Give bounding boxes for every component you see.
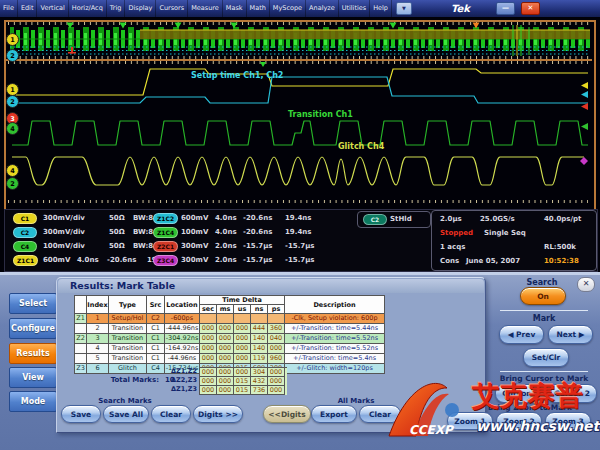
location-col-header: Location — [165, 296, 200, 314]
zoom4-ground-marker[interactable]: 4 — [6, 164, 19, 177]
menu-measure[interactable]: Measure — [188, 0, 223, 17]
menu-file[interactable]: File — [0, 0, 18, 17]
main-waveform: Setup time Ch1, Ch2 Transition Ch1 Glitc… — [8, 61, 592, 204]
tab-configure[interactable]: Configure — [9, 318, 57, 339]
acq-mode: Single Seq — [484, 229, 526, 237]
digits-back-button[interactable]: <<Digits — [263, 405, 311, 423]
tab-results[interactable]: Results — [9, 343, 57, 364]
z1c4-end: 19.4ns — [285, 228, 311, 236]
save-all-button[interactable]: Save All — [103, 405, 149, 423]
ch4-impedance: 50Ω — [109, 242, 125, 250]
index-col-header: Index — [87, 296, 109, 314]
table-row[interactable]: 5 Transition C1 -44.96ns 000 000 000 119… — [75, 354, 385, 364]
menu-cursors[interactable]: Cursors — [156, 0, 188, 17]
readout-z1c4: Z1C4 100mV 4.0ns -20.6ns 19.4ns — [153, 228, 363, 239]
menu-edit[interactable]: Edit — [18, 0, 38, 17]
ch1-trace — [12, 69, 588, 95]
menu-help[interactable]: Help — [370, 0, 392, 17]
description-col-header: Description — [285, 296, 385, 314]
table-row[interactable]: 2 Transition C1 -444.96ns 000 000 000 44… — [75, 324, 385, 334]
z1c4-timebase: 4.0ns — [215, 228, 237, 236]
z1c4-scale: 100mV — [181, 228, 208, 236]
z3c4-end: -15.7µs — [285, 256, 315, 264]
watermark-chinese: 艾克赛普 — [472, 378, 584, 414]
z1c2-end: 19.4ns — [285, 214, 311, 222]
table-row[interactable]: 4 Transition C1 -164.92ns 000 000 000 14… — [75, 344, 385, 354]
control-window: Select Configure Results View Mode Resul… — [0, 272, 600, 450]
z1c1-scale: 600mV — [43, 256, 70, 264]
ch1-impedance: 50Ω — [109, 214, 125, 222]
export-button[interactable]: Export — [311, 405, 357, 423]
src-col-header: Src — [147, 296, 165, 314]
ch2-ground-marker[interactable]: 2 — [6, 95, 19, 108]
search-label: Search — [512, 278, 572, 287]
tab-view[interactable]: View — [9, 367, 57, 388]
z1c4-start: -20.6ns — [243, 228, 272, 236]
next-mark-button[interactable]: Next ▶ — [548, 325, 593, 344]
z3c4-timebase: 2.0ns — [215, 256, 237, 264]
zone-col-header — [75, 296, 87, 314]
trigger-readout: C2 StHld — [357, 211, 431, 228]
z1c4-badge: Z1C4 — [153, 227, 178, 238]
trigger-source-badge: C2 — [363, 214, 387, 225]
menu-vertical[interactable]: Vertical — [37, 0, 68, 17]
table-row[interactable]: Z1 1 Setup/Hol C2 -600ps -Clk, Setup vio… — [75, 314, 385, 324]
record-length: RL:500k — [544, 243, 576, 251]
main-top-ticks — [8, 61, 588, 64]
menu-horiz-acq[interactable]: Horiz/Acq — [69, 0, 107, 17]
watermark-url: www.hncsw.net — [476, 418, 599, 434]
clock-readout: 10:52:38 — [544, 257, 579, 265]
tab-select[interactable]: Select — [9, 293, 57, 314]
unit-ms: ms — [217, 305, 234, 314]
overview-ch1-marker[interactable]: 1 — [6, 33, 19, 46]
scope-display: Setup time Ch1, Ch2 Transition Ch1 Glitc… — [0, 17, 600, 272]
set-clear-mark-button[interactable]: Set/Clr — [523, 348, 569, 367]
readout-z1c2: Z1C2 600mV 4.0ns -20.6ns 19.4ns — [153, 214, 363, 225]
clear-search-marks-button[interactable]: Clear — [151, 405, 191, 423]
z1c2-badge: Z1C2 — [153, 213, 178, 224]
ch1-badge: C1 — [13, 213, 37, 224]
z1c2-start: -20.6ns — [243, 214, 272, 222]
z2c1-end: -15.7µs — [285, 242, 315, 250]
menu-trig[interactable]: Trig — [107, 0, 126, 17]
overview-ch2-marker[interactable]: 2 — [6, 49, 19, 62]
save-button[interactable]: Save — [61, 405, 101, 423]
transition-trace — [12, 121, 588, 145]
unit-ps: ps — [268, 305, 285, 314]
z2c1-badge: Z2C1 — [153, 241, 178, 252]
menu-math[interactable]: Math — [247, 0, 270, 17]
close-window-button[interactable]: ✕ — [521, 2, 540, 15]
acq-count: 1 acqs — [440, 243, 465, 251]
table-row[interactable]: Z2 3 Transition C1 -304.92ns 000 000 000… — [75, 334, 385, 344]
menu-display[interactable]: Display — [125, 0, 156, 17]
mark-triangle-main[interactable] — [260, 62, 266, 67]
ch2-impedance: 50Ω — [109, 228, 125, 236]
accexp-logo: CCEXP — [383, 374, 479, 444]
annotation-setup-time: Setup time Ch1, Ch2 — [191, 71, 283, 80]
digits-forward-button[interactable]: Digits >> — [193, 405, 243, 423]
overview-envelope-band — [140, 30, 590, 39]
close-dialog-button[interactable]: ✕ — [577, 277, 595, 292]
delta-z1z3-label: ΔZ1,Z3 — [157, 385, 197, 393]
minimize-button[interactable]: — — [496, 2, 515, 15]
search-marks-label: Search Marks — [61, 397, 189, 405]
prev-mark-button[interactable]: ◀ Prev — [499, 325, 544, 344]
menu-analyze[interactable]: Analyze — [306, 0, 339, 17]
tab-mode[interactable]: Mode — [9, 391, 57, 412]
z2c1-timebase: 2.0ns — [215, 242, 237, 250]
tek-logo: Tek — [451, 3, 496, 14]
menu-utilities[interactable]: Utilities — [339, 0, 370, 17]
ch2-scale: 300mV/div — [43, 228, 85, 236]
menu-dropdown-icon[interactable]: ▼ — [396, 2, 412, 15]
menu-mask[interactable]: Mask — [223, 0, 247, 17]
overview-top-ticks — [8, 22, 592, 25]
divider — [500, 371, 588, 372]
z3c4-badge: Z3C4 — [153, 255, 178, 266]
annotation-transition: Transition Ch1 — [288, 110, 353, 119]
menu-myscope[interactable]: MyScope — [270, 0, 306, 17]
zoom2-ground-marker[interactable]: 2 — [6, 177, 19, 190]
search-on-button[interactable]: On — [520, 287, 566, 305]
ch4-ground-marker[interactable]: 4 — [6, 122, 19, 135]
unit-ns: ns — [251, 305, 268, 314]
acq-status: Stopped — [440, 229, 473, 237]
